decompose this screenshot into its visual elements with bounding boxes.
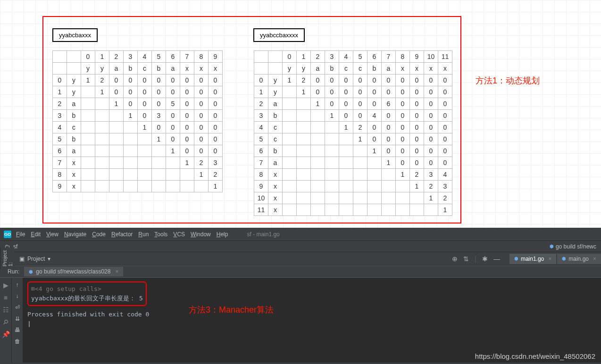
run-panel-header: Run: ⬢ go build sf/newclass/class028 × bbox=[0, 265, 601, 278]
menu-window[interactable]: Window bbox=[188, 230, 214, 239]
project-label: Project bbox=[27, 256, 45, 262]
editor-tabs: ⬢main1.go×⬢main.go× bbox=[509, 254, 601, 264]
menu-help[interactable]: Help bbox=[214, 230, 231, 239]
run-gutter-left: ▶ ■ ☷ ⚲ 📌 bbox=[0, 278, 11, 363]
menu-file[interactable]: File bbox=[13, 230, 28, 239]
go-icon: ⬢ bbox=[29, 269, 33, 274]
menu-tools[interactable]: Tools bbox=[151, 230, 170, 239]
run-tab-label: go build sf/newclass/class028 bbox=[36, 268, 110, 275]
dp-table-2: 01234567891011yyabccbaxxxx0y120000000000… bbox=[254, 50, 452, 216]
console-line: Process finished with exit code 0 bbox=[27, 310, 596, 319]
expand-icon[interactable]: ⊞ bbox=[31, 285, 35, 292]
gear-icon[interactable]: ✱ bbox=[482, 255, 488, 263]
run-gutter-right: ↑ ↓ ⏎ ⇊ 🖶 🗑 bbox=[11, 278, 23, 363]
close-icon[interactable]: × bbox=[548, 256, 551, 262]
dp-table-1: 0123456789yyabcbaxxx0y12000000001y100000… bbox=[52, 50, 223, 192]
project-dropdown[interactable]: ▣ Project ▾ bbox=[15, 254, 55, 264]
watermark: https://blog.csdn.net/weixin_48502062 bbox=[475, 352, 595, 360]
menu-code[interactable]: Code bbox=[89, 230, 109, 239]
diagram-area: yyabcbaxxx yyabccbaxxxx 0123456789yyabcb… bbox=[0, 0, 601, 228]
console-line: yyabcbaxxx的最长回文子串长度是： 5 bbox=[31, 294, 143, 303]
project-icon: ▣ bbox=[19, 256, 25, 262]
goland-icon: GO bbox=[4, 231, 11, 238]
target-icon[interactable]: ⊕ bbox=[452, 255, 458, 263]
run-config-selector[interactable]: ⬢ go build sf/newc bbox=[550, 243, 601, 250]
string-label-1: yyabcbaxxx bbox=[52, 28, 98, 42]
menu-edit[interactable]: Edit bbox=[28, 230, 43, 239]
ide-window: GO FileEditViewNavigateCodeRefactorRunTo… bbox=[0, 228, 601, 364]
rerun-icon[interactable]: ▶ bbox=[3, 281, 8, 289]
chevron-down-icon: ▾ bbox=[48, 256, 50, 262]
menu-bar: GO FileEditViewNavigateCodeRefactorRunTo… bbox=[0, 228, 601, 241]
annotation-box-2: ⊞<4 go setup calls> yyabcbaxxx的最长回文子串长度是… bbox=[27, 281, 147, 306]
up-icon[interactable]: ↑ bbox=[16, 281, 19, 288]
menu-view[interactable]: View bbox=[43, 230, 61, 239]
stop-icon[interactable]: ■ bbox=[4, 294, 8, 301]
scroll-icon[interactable]: ⇊ bbox=[15, 315, 20, 322]
go-file-icon: ⬢ bbox=[562, 256, 566, 261]
swap-icon[interactable]: ⇅ bbox=[463, 255, 469, 263]
trash-icon[interactable]: 🗑 bbox=[15, 338, 20, 345]
go-icon: ⬢ bbox=[550, 244, 554, 249]
layout-icon[interactable]: ☷ bbox=[3, 306, 9, 314]
run-config-tab[interactable]: ⬢ go build sf/newclass/class028 × bbox=[24, 267, 123, 276]
console-line: <4 go setup calls> bbox=[35, 285, 101, 292]
menu-refactor[interactable]: Refactor bbox=[109, 230, 135, 239]
close-icon[interactable]: × bbox=[593, 256, 596, 262]
toolbar-row: 1: Project ▣ Project ▾ ⊕ ⇅ | ✱ — ⬢main1.… bbox=[0, 252, 601, 265]
string-label-2: yyabccbaxxxx bbox=[253, 28, 305, 42]
settings-icon[interactable]: ⚲ bbox=[1, 318, 10, 326]
minimize-icon[interactable]: — bbox=[493, 255, 500, 263]
menu-navigate[interactable]: Navigate bbox=[61, 230, 89, 239]
project-tool-tab[interactable]: 1: Project bbox=[0, 248, 15, 269]
run-panel-body: ▶ ■ ☷ ⚲ 📌 ↑ ↓ ⏎ ⇊ 🖶 🗑 ⊞<4 go setup calls… bbox=[0, 278, 601, 363]
annotation-text-1: 方法1：动态规划 bbox=[476, 75, 540, 86]
go-file-icon: ⬢ bbox=[514, 256, 518, 261]
menu-run[interactable]: Run bbox=[135, 230, 151, 239]
run-config-label: go build sf/newc bbox=[556, 243, 596, 250]
wrap-icon[interactable]: ⏎ bbox=[15, 304, 20, 311]
divider: | bbox=[475, 255, 476, 263]
print-icon[interactable]: 🖶 bbox=[15, 327, 20, 333]
editor-tab[interactable]: ⬢main.go× bbox=[557, 254, 601, 264]
window-title: sf - main1.go bbox=[247, 231, 279, 238]
pin-icon[interactable]: 📌 bbox=[2, 331, 10, 338]
menu-vcs[interactable]: VCS bbox=[170, 230, 188, 239]
close-icon[interactable]: × bbox=[115, 268, 118, 275]
annotation-text-2: 方法3：Manacher算法 bbox=[189, 304, 274, 315]
console-output[interactable]: ⊞<4 go setup calls> yyabcbaxxx的最长回文子串长度是… bbox=[23, 278, 601, 363]
breadcrumb-bar: 🗀 sf ⬢ go build sf/newc bbox=[0, 241, 601, 252]
down-icon[interactable]: ↓ bbox=[16, 293, 19, 299]
cursor: | bbox=[27, 319, 596, 329]
editor-tab[interactable]: ⬢main1.go× bbox=[509, 254, 556, 264]
